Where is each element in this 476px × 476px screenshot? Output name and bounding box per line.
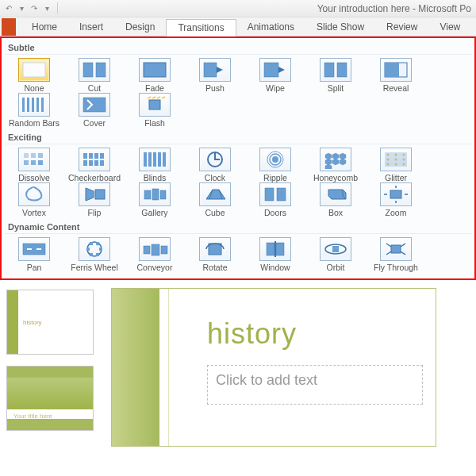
separator [57,2,58,13]
tab-slide-show[interactable]: Slide Show [305,18,375,36]
svg-rect-61 [95,190,105,199]
redo-icon[interactable]: ↷ [29,2,40,13]
svg-rect-15 [83,98,106,112]
transition-random-bars[interactable]: Random Bars [6,93,62,128]
transition-icon [199,58,231,82]
transition-cube[interactable]: Cube [187,182,243,217]
transition-pan[interactable]: Pan [6,237,62,272]
transition-icon [79,182,110,206]
svg-rect-80 [96,242,99,245]
transition-icon [18,93,50,117]
transition-flip[interactable]: Flip [67,182,122,217]
svg-rect-4 [204,63,217,77]
transition-honeycomb[interactable]: Honeycomb [308,148,363,182]
transition-glitter[interactable]: Glitter [368,148,424,182]
slide-thumbnail[interactable]: Your title here [6,366,94,431]
transition-label: Flash [144,118,165,128]
transition-push[interactable]: Push [187,58,243,93]
transition-row: NoneCutFadePushWipeSplitRevealRandom Bar… [5,55,471,129]
svg-rect-63 [152,189,159,200]
tab-home[interactable]: Home [21,18,68,36]
transition-orbit[interactable]: Orbit [308,237,363,272]
svg-rect-62 [144,190,151,199]
transition-label: Window [260,263,290,272]
svg-rect-37 [153,152,156,167]
svg-rect-35 [144,152,147,167]
tab-review[interactable]: Review [375,18,428,36]
transition-zoom[interactable]: Zoom [368,182,424,217]
transition-none[interactable]: None [6,58,62,93]
svg-rect-3 [144,63,166,77]
tab-design[interactable]: Design [114,18,166,36]
transition-label: Vortex [22,208,46,217]
transition-label: Fade [145,83,164,93]
transition-checkerboard[interactable]: Checkerboard [67,148,122,182]
svg-rect-79 [90,242,93,245]
svg-point-41 [272,156,278,163]
undo-icon[interactable]: ↶ [3,2,14,13]
transition-label: Checkerboard [68,173,121,182]
transition-reveal[interactable]: Reveal [368,58,424,93]
slide-title[interactable]: history [207,317,297,351]
svg-rect-72 [390,190,401,198]
transition-icon [139,58,171,82]
transition-flash[interactable]: Flash [127,93,182,128]
transition-split[interactable]: Split [308,58,363,93]
transition-label: Orbit [327,263,345,272]
transition-wipe[interactable]: Wipe [248,58,303,93]
svg-rect-29 [94,153,98,159]
transition-cut[interactable]: Cut [67,58,122,93]
tab-insert[interactable]: Insert [68,18,114,36]
transition-icon [380,148,412,171]
transition-cover[interactable]: Cover [67,93,122,128]
transition-fade[interactable]: Fade [127,58,182,93]
transition-rotate[interactable]: Rotate [187,237,243,272]
svg-rect-13 [36,98,39,112]
transition-icon [320,58,351,82]
transition-label: Push [205,83,225,93]
transition-label: Cut [88,83,101,93]
svg-rect-81 [144,246,150,254]
transition-ripple[interactable]: Ripple [248,148,303,182]
tab-transitions[interactable]: Transitions [166,19,236,36]
transition-vortex[interactable]: Vortex [6,182,62,217]
editor-stage: history Your title here history Click to… [0,280,476,476]
svg-rect-21 [24,153,29,158]
file-tab[interactable] [2,18,16,36]
svg-rect-77 [90,253,93,256]
transition-blinds[interactable]: Blinds [127,148,182,182]
svg-rect-5 [264,63,278,77]
section-header: Subtle [5,41,471,55]
svg-marker-44 [325,153,332,159]
svg-rect-38 [158,152,161,167]
slide-thumbnail[interactable]: history [6,290,94,355]
svg-line-20 [162,97,165,98]
svg-rect-78 [86,248,90,251]
tab-animations[interactable]: Animations [236,18,305,36]
transition-conveyor[interactable]: Conveyor [127,237,182,272]
svg-rect-14 [41,98,44,112]
slide-canvas[interactable]: history Click to add text [111,288,436,447]
transition-label: None [24,83,44,93]
content-placeholder[interactable]: Click to add text [207,365,423,405]
slide-area: history Click to add text [103,280,476,476]
transition-dissolve[interactable]: Dissolve [6,148,62,182]
thumb-title: Your title here [13,413,52,420]
transition-box[interactable]: Box [308,182,363,217]
dropdown-icon[interactable]: ▾ [41,2,52,13]
transition-fly-through[interactable]: Fly Through [368,237,424,272]
transition-label: Fly Through [374,263,418,272]
transition-label: Ripple [263,173,287,182]
transition-label: Cube [205,208,225,217]
transition-icon [320,148,351,171]
transition-ferris-wheel[interactable]: Ferris Wheel [67,237,122,272]
dropdown-icon[interactable]: ▾ [16,2,27,13]
transition-clock[interactable]: Clock [187,148,243,182]
transition-doors[interactable]: Doors [248,182,303,217]
tab-view[interactable]: View [428,18,471,36]
transition-window[interactable]: Window [248,237,303,272]
transition-gallery[interactable]: Gallery [127,182,182,217]
svg-rect-32 [89,160,93,166]
transition-icon [199,182,231,206]
svg-rect-83 [161,246,167,254]
